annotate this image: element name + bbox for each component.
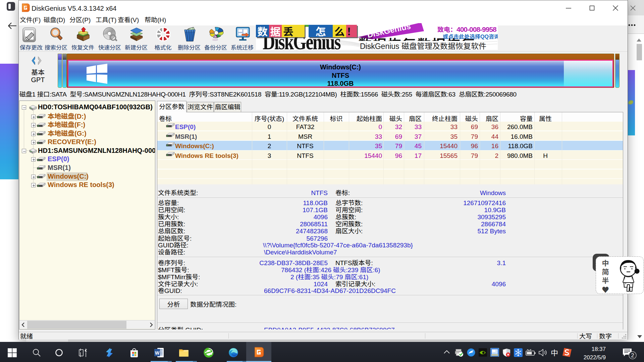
svg-text:W: W [155,349,160,356]
svg-text:2: 2 [631,351,634,359]
